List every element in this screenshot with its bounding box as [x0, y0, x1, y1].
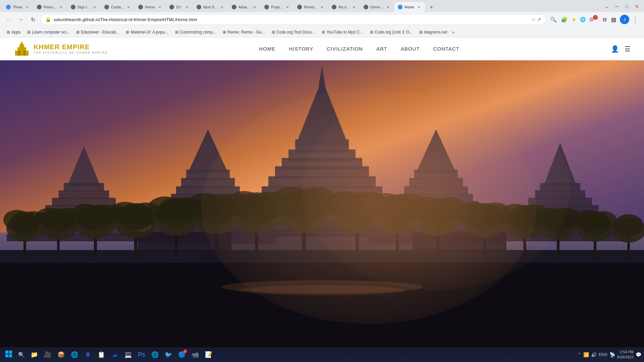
tab-2u-favicon: [169, 5, 174, 9]
more-options-button[interactable]: ⋮: [631, 15, 640, 24]
bookmark-youtube-mp3[interactable]: ⊞ YouTube to Mp3 C...: [319, 29, 366, 35]
tab-demo[interactable]: Demo... ✕: [360, 2, 394, 12]
svg-rect-151: [5, 354, 8, 357]
website-content: KHMER EMPIRE THE HISTORICAL OF KHMER EMP…: [0, 38, 644, 347]
ext-icon-4[interactable]: ⊟: [601, 16, 608, 23]
tab-search-button[interactable]: ⌄: [602, 2, 611, 11]
tab-adve-close[interactable]: ✕: [252, 4, 257, 10]
tab-proje-close[interactable]: ✕: [285, 4, 290, 10]
tab-remix-close[interactable]: ✕: [319, 4, 325, 10]
tab-mylist[interactable]: My li... ✕: [328, 2, 360, 12]
site-header: KHMER EMPIRE THE HISTORICAL OF KHMER EMP…: [0, 38, 644, 60]
taskbar-edge[interactable]: 🌐: [68, 349, 80, 361]
bookmark-apps[interactable]: ⊞ Apps: [4, 29, 23, 35]
refresh-button[interactable]: ↻: [28, 15, 38, 24]
taskbar-vscode[interactable]: 💻: [122, 349, 134, 361]
tab-home[interactable]: Home ✕: [135, 2, 165, 12]
tab-home2-close[interactable]: ✕: [416, 4, 422, 10]
taskbar-notes[interactable]: 📝: [203, 349, 215, 361]
start-button[interactable]: [3, 349, 15, 361]
minimize-button[interactable]: ─: [612, 2, 621, 11]
taskbar-teams[interactable]: 📹: [189, 349, 201, 361]
taskbar-photoshop[interactable]: Ps: [136, 349, 148, 361]
tab-proje[interactable]: Proje... ✕: [261, 2, 293, 12]
bookmark-materialui[interactable]: ⊞ Material-UI: A popu...: [123, 29, 171, 35]
notifications-button[interactable]: 💬: [636, 352, 641, 357]
tab-2u[interactable]: 2U ✕: [166, 2, 193, 12]
bookmark-diagrams-label: diagrams.net: [424, 30, 447, 35]
logo-main-text: KHMER EMPIRE: [34, 43, 108, 51]
share-icon[interactable]: ↗: [537, 17, 541, 22]
wifi-icon[interactable]: 📶: [583, 352, 589, 357]
tab-conta-close[interactable]: ✕: [126, 4, 131, 10]
tab-home2[interactable]: 🌐 Home ✕: [394, 2, 425, 12]
bookmark-customizing[interactable]: ⊞ Customizing comp...: [172, 29, 219, 35]
nav-history[interactable]: HISTORY: [289, 46, 313, 52]
clock[interactable]: 2:54 PM 8/18/2022: [617, 350, 634, 360]
tab-conta[interactable]: Conta... ✕: [101, 2, 135, 12]
address-input[interactable]: 🔒 sokunthearoth.github.io/The-Historical…: [40, 14, 546, 25]
taskbar-chrome[interactable]: 🌐: [149, 349, 161, 361]
volume-icon[interactable]: 🔊: [591, 352, 597, 357]
taskbar-docs-app[interactable]: 📋: [95, 349, 107, 361]
ext-icon-5[interactable]: ▤: [610, 16, 617, 23]
language-indicator[interactable]: ENG: [599, 352, 607, 357]
tab-home-close[interactable]: ✕: [157, 4, 162, 10]
chrome-icon: 🌐: [151, 351, 159, 358]
taskbar-dropbox[interactable]: ☁: [109, 349, 121, 361]
tab-three-close[interactable]: ✕: [24, 4, 30, 10]
taskbar-video-app[interactable]: 🎥: [42, 349, 54, 361]
address-icons: ☆ ↗: [531, 17, 541, 22]
bookmark-educlever[interactable]: ⊞ Educlever - Educati...: [73, 29, 122, 35]
tab-demo-close[interactable]: ✕: [385, 4, 391, 10]
profile-button[interactable]: J: [620, 15, 629, 24]
bookmark-diagrams[interactable]: ⊞ diagrams.net: [417, 29, 450, 35]
menu-icon[interactable]: ☰: [625, 45, 631, 53]
tab-perso-close[interactable]: ✕: [58, 4, 64, 10]
maximize-button[interactable]: □: [623, 2, 631, 11]
tab-perso[interactable]: Perso... ✕: [34, 2, 67, 12]
forward-button[interactable]: →: [16, 15, 25, 24]
tab-next-close[interactable]: ✕: [219, 4, 225, 10]
bookmarks-more-button[interactable]: »: [452, 29, 454, 35]
taskbar-amazon[interactable]: 📦: [55, 349, 67, 361]
bookmark-learn-cs-icon: ⊞: [27, 30, 31, 35]
extension-puzzle-icon[interactable]: 🧩: [559, 15, 569, 24]
apps-grid-icon: ⊞: [7, 30, 10, 35]
nav-contact[interactable]: CONTACT: [433, 46, 459, 52]
tab-2u-close[interactable]: ✕: [184, 4, 190, 10]
bookmark-learn-cs[interactable]: ⊞ Learn computer sci...: [24, 29, 72, 35]
bookmark-codeorg-unit[interactable]: ⊞ Code.org (Unit 3: D...: [367, 29, 415, 35]
tab-mylist-close[interactable]: ✕: [351, 4, 357, 10]
search-icon[interactable]: 🔍: [549, 15, 558, 24]
ext-icon-2[interactable]: 🌐: [579, 16, 586, 23]
tab-next[interactable]: Next S... ✕: [193, 2, 228, 12]
taskbar-notification-app[interactable]: 🔵 2: [176, 349, 188, 361]
tab-three[interactable]: 🌐 Three ✕: [3, 2, 33, 12]
tray-arrow-icon[interactable]: ⌃: [577, 352, 581, 357]
tab-sign-close[interactable]: ✕: [92, 4, 97, 10]
bookmark-materialui-label: Material-UI: A popu...: [130, 30, 168, 35]
taskbar-search-button[interactable]: 🔍: [16, 349, 27, 360]
nav-art[interactable]: ART: [376, 46, 387, 52]
figma-icon: 🐦: [165, 351, 172, 358]
tab-adve[interactable]: Adve... ✕: [228, 2, 261, 12]
nav-home[interactable]: HOME: [259, 46, 275, 52]
taskbar-file-explorer[interactable]: 📁: [28, 349, 40, 361]
tab-sign[interactable]: Sign I... ✕: [67, 2, 101, 12]
user-icon[interactable]: 👤: [611, 45, 619, 53]
back-button[interactable]: ←: [4, 15, 13, 24]
close-button[interactable]: ✕: [633, 2, 641, 11]
taskbar-b-app[interactable]: B: [82, 349, 94, 361]
star-icon[interactable]: ☆: [531, 17, 536, 22]
bookmark-remix[interactable]: ⊞ Remix: Remix - Ga...: [220, 29, 267, 35]
nav-civilization[interactable]: CIVILIZATION: [327, 46, 363, 52]
nav-about[interactable]: ABOUT: [401, 46, 420, 52]
taskbar-figma[interactable]: 🐦: [162, 349, 174, 361]
new-tab-button[interactable]: +: [427, 3, 436, 12]
bookmark-codeorg-tool[interactable]: ⊞ Code.org Tool Docu...: [269, 29, 318, 35]
network-icon[interactable]: 📡: [609, 352, 615, 357]
tab-remix[interactable]: Remix... ✕: [294, 2, 328, 12]
bookmark-youtube-mp3-label: YouTube to Mp3 C...: [326, 30, 363, 35]
ext-icon-1[interactable]: ★: [570, 16, 578, 23]
